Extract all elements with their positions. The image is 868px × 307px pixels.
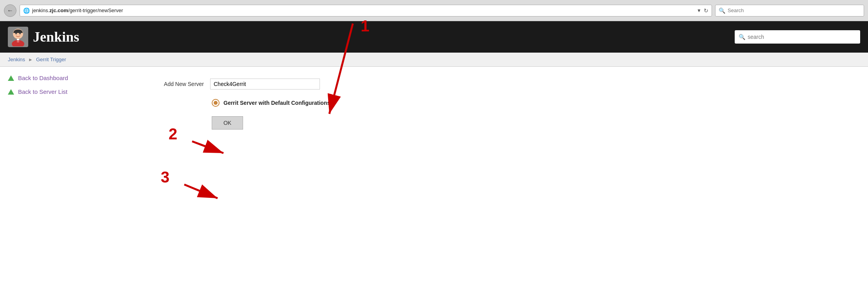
- radio-option-row: Gerrit Server with Default Configuration…: [212, 99, 852, 107]
- breadcrumb: Jenkins ► Gerrit Trigger: [0, 53, 868, 67]
- arrow-up-icon-2: [8, 89, 14, 95]
- content-area: Add New Server Gerrit Server with Defaul…: [125, 67, 868, 263]
- jenkins-search-icon: 🔍: [739, 34, 745, 40]
- jenkins-title: Jenkins: [33, 29, 79, 45]
- sidebar: Back to Dashboard Back to Server List: [0, 67, 125, 263]
- server-name-input[interactable]: [210, 79, 320, 90]
- breadcrumb-gerrit-trigger[interactable]: Gerrit Trigger: [36, 57, 66, 62]
- jenkins-avatar-svg: [9, 27, 27, 46]
- avatar: [8, 27, 28, 47]
- jenkins-search-input[interactable]: [748, 34, 856, 40]
- jenkins-header-search[interactable]: 🔍: [735, 30, 860, 44]
- back-to-server-list-link[interactable]: Back to Server List: [8, 88, 118, 95]
- arrow-up-icon: [8, 75, 14, 81]
- default-config-label: Gerrit Server with Default Configuration…: [223, 100, 330, 106]
- url-bar[interactable]: 🌐 jenkins.zjc.com/gerrit-trigger/newServ…: [20, 5, 712, 16]
- back-arrow-icon: ←: [7, 7, 13, 14]
- back-to-server-list-label: Back to Server List: [18, 88, 67, 95]
- ok-button-container: OK: [212, 116, 852, 130]
- breadcrumb-jenkins[interactable]: Jenkins: [8, 57, 25, 62]
- jenkins-header: Jenkins 🔍: [0, 21, 868, 53]
- url-dropdown-icon[interactable]: ▼: [697, 8, 701, 13]
- breadcrumb-separator: ►: [28, 57, 33, 62]
- back-to-dashboard-link[interactable]: Back to Dashboard: [8, 75, 118, 81]
- browser-search-input[interactable]: [728, 7, 861, 13]
- browser-back-button[interactable]: ←: [4, 4, 16, 17]
- browser-search-bar[interactable]: 🔍: [715, 5, 864, 16]
- svg-rect-6: [16, 40, 20, 42]
- refresh-icon[interactable]: ↻: [704, 7, 708, 14]
- add-new-server-label: Add New Server: [141, 81, 204, 87]
- main-layout: Back to Dashboard Back to Server List Ad…: [0, 67, 868, 263]
- ok-button[interactable]: OK: [212, 116, 243, 130]
- add-new-server-row: Add New Server: [141, 79, 852, 90]
- globe-icon: 🌐: [23, 7, 30, 14]
- default-config-radio[interactable]: [212, 99, 220, 107]
- browser-search-icon: 🔍: [719, 7, 725, 14]
- browser-toolbar: ← 🌐 jenkins.zjc.com/gerrit-trigger/newSe…: [0, 0, 868, 21]
- back-to-dashboard-label: Back to Dashboard: [18, 75, 68, 81]
- url-text: jenkins.zjc.com/gerrit-trigger/newServer: [32, 7, 694, 13]
- jenkins-logo: Jenkins: [8, 27, 79, 47]
